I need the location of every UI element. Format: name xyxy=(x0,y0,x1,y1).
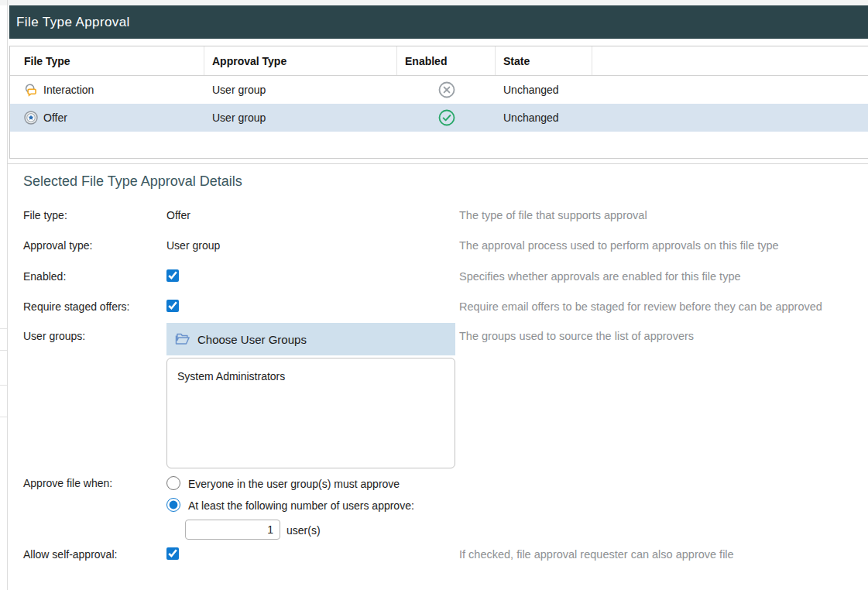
column-header-state: State xyxy=(496,46,592,75)
column-header-file-type: File Type xyxy=(10,46,204,75)
approve-file-when-label: Approve file when: xyxy=(23,477,112,489)
enabled-help: Specifies whether approvals are enabled … xyxy=(459,270,741,283)
interaction-icon xyxy=(24,83,38,97)
left-rail-tick xyxy=(0,417,7,417)
approval-type-value: User group xyxy=(166,239,220,252)
choose-user-groups-button[interactable]: Choose User Groups xyxy=(166,323,455,355)
column-header-enabled: Enabled xyxy=(397,46,496,75)
approve-at-least-radio[interactable] xyxy=(166,498,180,512)
approve-everyone-radio[interactable] xyxy=(166,476,180,490)
left-rail-tick xyxy=(0,385,7,386)
user-groups-list[interactable]: System Administrators xyxy=(166,358,455,468)
left-panel-divider xyxy=(7,0,8,590)
file-type-table: File Type Approval Type Enabled State In… xyxy=(9,46,868,159)
user-groups-help: The groups used to source the list of ap… xyxy=(459,330,694,342)
file-type-approval-screen: File Type Approval File Type Approval Ty… xyxy=(0,0,868,590)
column-header-empty xyxy=(592,46,868,75)
user-group-item[interactable]: System Administrators xyxy=(167,358,455,382)
require-staged-offers-label: Require staged offers: xyxy=(23,300,130,313)
approver-count-input[interactable] xyxy=(185,520,280,540)
state-cell: Unchanged xyxy=(496,84,592,96)
disabled-icon xyxy=(437,81,456,99)
user-groups-label: User groups: xyxy=(23,330,85,342)
offer-icon xyxy=(24,111,38,125)
column-header-approval-type: Approval Type xyxy=(204,46,397,75)
file-type-cell: Interaction xyxy=(43,84,94,96)
require-staged-offers-help: Require email offers to be staged for re… xyxy=(459,300,822,313)
approve-everyone-label: Everyone in the user group(s) must appro… xyxy=(188,478,400,490)
details-heading: Selected File Type Approval Details xyxy=(23,173,242,190)
approval-type-label: Approval type: xyxy=(23,239,93,252)
table-row-interaction[interactable]: Interaction User group Unchanged xyxy=(10,76,868,104)
left-rail-tick xyxy=(0,328,7,329)
enabled-label: Enabled: xyxy=(23,270,66,283)
top-strip xyxy=(0,0,868,5)
state-cell: Unchanged xyxy=(496,111,592,124)
allow-self-approval-checkbox[interactable] xyxy=(166,547,179,560)
file-type-help: The type of file that supports approval xyxy=(459,209,647,221)
approval-type-cell: User group xyxy=(204,84,397,96)
title-bar: File Type Approval xyxy=(9,5,868,39)
allow-self-approval-label: Allow self-approval: xyxy=(23,548,117,561)
approve-at-least-label: At least the following number of users a… xyxy=(188,499,414,512)
enabled-checkbox[interactable] xyxy=(166,269,179,282)
require-staged-offers-checkbox[interactable] xyxy=(166,300,179,312)
panel-divider xyxy=(7,163,868,164)
folder-icon xyxy=(175,333,190,346)
table-header-row: File Type Approval Type Enabled State xyxy=(10,46,868,76)
file-type-label: File type: xyxy=(23,209,67,221)
left-rail-tick xyxy=(0,350,7,351)
allow-self-approval-help: If checked, file approval requester can … xyxy=(459,548,734,561)
file-type-value: Offer xyxy=(166,209,190,221)
page-title: File Type Approval xyxy=(9,15,130,30)
approver-count-suffix: user(s) xyxy=(286,524,321,537)
enabled-icon xyxy=(437,108,456,127)
approval-type-help: The approval process used to perform app… xyxy=(459,239,779,252)
file-type-cell: Offer xyxy=(43,111,67,124)
table-row-offer[interactable]: Offer User group Unchanged xyxy=(10,104,868,132)
approval-type-cell: User group xyxy=(204,111,397,124)
choose-user-groups-label: Choose User Groups xyxy=(197,333,307,346)
